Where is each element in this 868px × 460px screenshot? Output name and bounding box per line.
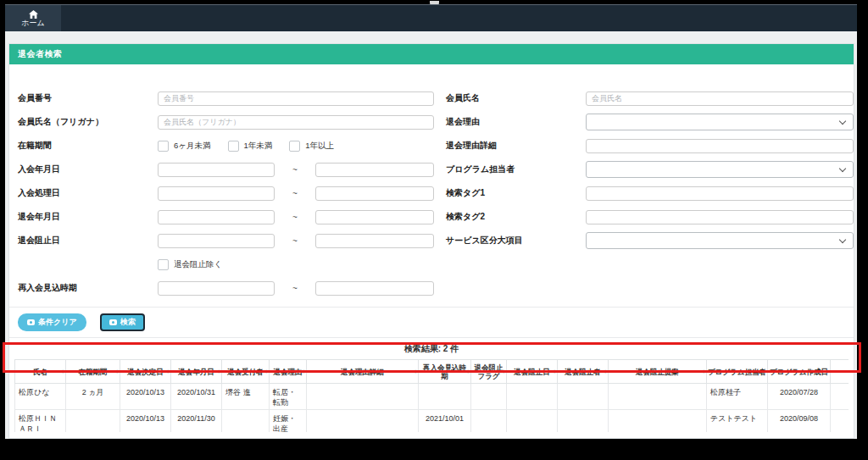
range-end-input[interactable] bbox=[315, 186, 434, 201]
checkbox[interactable] bbox=[228, 141, 239, 152]
table-cell: テストテスト bbox=[707, 410, 768, 433]
column-header-label: 退会阻止フラグ bbox=[475, 363, 504, 380]
field-area: ~ bbox=[158, 163, 434, 177]
column-header[interactable]: 退会決定日↕ bbox=[120, 360, 171, 384]
range-start-input[interactable] bbox=[158, 281, 275, 296]
screenshot-frame: ホーム 退会者検索 会員番号会員氏名（フリガナ）在籍期間6ヶ月未満1年未満1年以… bbox=[0, 0, 868, 460]
sort-icon[interactable]: ↕ bbox=[604, 368, 607, 376]
select-input[interactable] bbox=[586, 232, 854, 249]
field-label: 会員番号 bbox=[18, 92, 158, 104]
text-input[interactable] bbox=[586, 186, 854, 201]
column-header[interactable]: プログラム担当者↕ bbox=[707, 360, 768, 384]
sort-icon[interactable]: ↕ bbox=[414, 368, 417, 376]
range-end-input[interactable] bbox=[315, 281, 434, 296]
text-input[interactable] bbox=[158, 115, 434, 130]
column-header-label: プログラム作成日 bbox=[770, 368, 828, 376]
column-header[interactable]: 再入会見込時期↕ bbox=[419, 360, 471, 384]
sort-icon[interactable]: ↕ bbox=[702, 368, 705, 376]
column-header[interactable]: 在籍期間↕ bbox=[66, 360, 120, 384]
sort-icon[interactable]: ↕ bbox=[61, 368, 64, 376]
form-row: 在籍期間6ヶ月未満1年未満1年以上 bbox=[18, 137, 434, 154]
clear-conditions-button[interactable]: 条件クリア bbox=[18, 313, 86, 331]
table-cell: 2 ヵ月 bbox=[66, 384, 120, 410]
range-start-input[interactable] bbox=[158, 234, 275, 248]
sort-icon[interactable]: ↕ bbox=[826, 368, 829, 376]
field-label: 会員氏名 bbox=[446, 92, 586, 104]
table-cell bbox=[471, 384, 507, 410]
sort-icon[interactable]: ↕ bbox=[466, 368, 470, 376]
table-cell bbox=[507, 410, 558, 433]
form-column-left: 会員番号会員氏名（フリガナ）在籍期間6ヶ月未満1年未満1年以上入会年月日~入会処… bbox=[18, 90, 434, 303]
field-label: 退会理由詳細 bbox=[446, 140, 586, 152]
range-end-input[interactable] bbox=[315, 163, 434, 177]
chevron-down-icon bbox=[839, 165, 846, 172]
nav-tab-home[interactable]: ホーム bbox=[5, 5, 61, 31]
sort-icon[interactable]: ↕ bbox=[553, 368, 556, 376]
table-cell bbox=[222, 410, 270, 433]
sort-icon[interactable]: ↕ bbox=[166, 368, 170, 376]
column-header[interactable]: 退会阻止フラグ↕ bbox=[471, 360, 507, 384]
range-start-input[interactable] bbox=[158, 163, 275, 177]
actions-bar: 条件クリア 検索 bbox=[9, 307, 854, 338]
column-header[interactable]: 退会理由↕ bbox=[270, 360, 307, 384]
table-row[interactable]: 松原ひな2 ヵ月2020/10/132020/10/31堺谷 進転居・転勤松原桂… bbox=[15, 384, 849, 410]
form-row: 入会年月日~ bbox=[18, 161, 434, 178]
text-input[interactable] bbox=[158, 91, 434, 106]
column-header[interactable]: 氏名↕ bbox=[15, 360, 66, 384]
select-input[interactable] bbox=[586, 161, 854, 178]
checkbox[interactable] bbox=[158, 259, 169, 270]
results-table-wrap: 氏名↕在籍期間↕退会決定日↕退会年月日↕退会受付者↕退会理由↕退会理由詳細↕再入… bbox=[14, 359, 849, 432]
table-cell: 2020/10/31 bbox=[171, 384, 222, 410]
table-cell bbox=[307, 410, 419, 433]
form-row: 会員氏名（フリガナ） bbox=[18, 114, 434, 130]
column-header-empty bbox=[831, 360, 849, 384]
sort-icon[interactable]: ↕ bbox=[217, 368, 220, 376]
field-area: ~ bbox=[158, 234, 434, 248]
column-header[interactable]: 退会阻止日↕ bbox=[507, 360, 558, 384]
range-end-input[interactable] bbox=[315, 210, 434, 224]
table-header-row: 氏名↕在籍期間↕退会決定日↕退会年月日↕退会受付者↕退会理由↕退会理由詳細↕再入… bbox=[15, 360, 849, 384]
top-navbar: ホーム bbox=[5, 5, 857, 31]
column-header[interactable]: 退会阻止提案↕ bbox=[609, 360, 707, 384]
text-input[interactable] bbox=[586, 210, 854, 224]
table-row[interactable]: 松原ＨＩＮＡＲＩ2020/10/132020/11/30妊娠・出産2021/10… bbox=[15, 410, 849, 433]
table-cell bbox=[507, 384, 558, 410]
app-viewport: ホーム 退会者検索 会員番号会員氏名（フリガナ）在籍期間6ヶ月未満1年未満1年以… bbox=[5, 4, 857, 439]
search-button[interactable]: 検索 bbox=[100, 313, 145, 331]
chevron-down-icon bbox=[839, 236, 846, 243]
form-row: 会員氏名 bbox=[446, 90, 854, 107]
sort-icon[interactable]: ↕ bbox=[502, 368, 505, 376]
column-header[interactable]: 退会受付者↕ bbox=[222, 360, 270, 384]
sort-icon[interactable]: ↕ bbox=[763, 368, 766, 376]
text-input[interactable] bbox=[586, 91, 854, 106]
table-cell: 松原桂子 bbox=[707, 384, 768, 410]
column-header[interactable]: 退会年月日↕ bbox=[171, 360, 222, 384]
column-header[interactable]: プログラム作成日↕ bbox=[768, 360, 831, 384]
field-area: ~ bbox=[158, 186, 434, 201]
form-row: 再入会見込時期~ bbox=[18, 280, 434, 297]
text-input[interactable] bbox=[586, 139, 854, 153]
sort-icon[interactable]: ↕ bbox=[264, 368, 268, 376]
search-panel: 退会者検索 会員番号会員氏名（フリガナ）在籍期間6ヶ月未満1年未満1年以上入会年… bbox=[8, 43, 854, 439]
field-area bbox=[586, 91, 854, 106]
column-header-label: 退会決定日 bbox=[127, 368, 164, 376]
field-area bbox=[158, 115, 434, 130]
column-header[interactable]: 退会理由詳細↕ bbox=[307, 360, 419, 384]
sort-icon[interactable]: ↕ bbox=[115, 368, 119, 376]
column-header[interactable]: 退会阻止者↕ bbox=[558, 360, 609, 384]
panel-title: 退会者検索 bbox=[9, 44, 854, 64]
range-start-input[interactable] bbox=[158, 210, 275, 224]
column-header-label: 退会阻止日 bbox=[514, 368, 550, 376]
range-start-input[interactable] bbox=[158, 186, 275, 201]
checkbox[interactable] bbox=[289, 141, 300, 152]
results-summary: 検索結果: 2 件 bbox=[9, 338, 854, 358]
field-area bbox=[586, 161, 854, 178]
page-background: 退会者検索 会員番号会員氏名（フリガナ）在籍期間6ヶ月未満1年未満1年以上入会年… bbox=[5, 31, 857, 439]
table-cell bbox=[558, 384, 609, 410]
column-header-label: 退会理由 bbox=[274, 368, 303, 376]
range-end-input[interactable] bbox=[315, 234, 434, 248]
sort-icon[interactable]: ↕ bbox=[302, 368, 305, 376]
search-button-icon bbox=[109, 319, 117, 325]
select-input[interactable] bbox=[586, 114, 854, 130]
checkbox[interactable] bbox=[158, 141, 169, 152]
